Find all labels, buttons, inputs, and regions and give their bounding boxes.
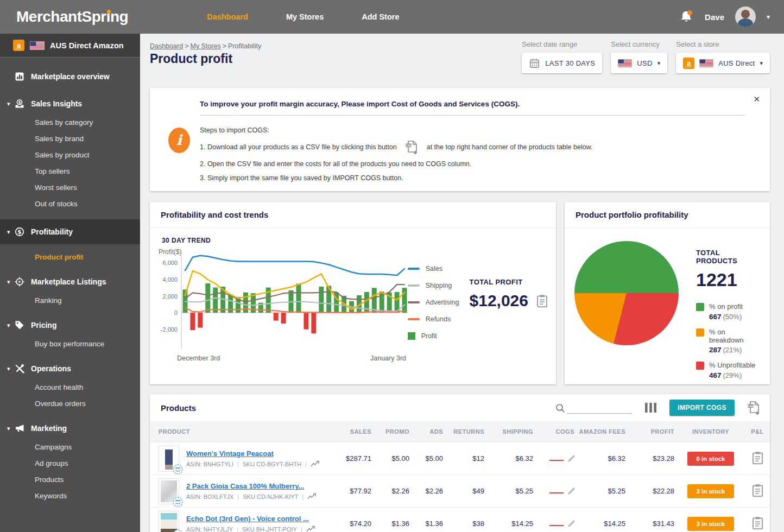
column-header-amazon-fees[interactable]: AMAZON FEES (577, 428, 628, 435)
product-meta: ASIN: NHTYJLJY|SKU BH-JHTT-POIY| (186, 525, 316, 532)
column-settings-icon[interactable] (644, 402, 657, 413)
breadcrumb-separator: > (223, 42, 226, 50)
search-input[interactable] (567, 402, 632, 414)
logo-spring-coil-icon (107, 10, 111, 14)
column-header-returns[interactable]: RETURNS (445, 428, 486, 435)
nav-add-store[interactable]: Add Store (362, 12, 399, 21)
product-cell: Echo Dot (3rd Gen) - Voice control ...AS… (159, 511, 327, 532)
bar-chart-icon (15, 72, 31, 81)
returns-cell: $38 (445, 520, 486, 528)
breadcrumb-dashboard[interactable]: Dashboard (150, 42, 183, 50)
sidebar-section-marketplace-overview[interactable]: ▾Marketplace overview (0, 66, 140, 87)
download-csv-icon[interactable]: CSV (747, 400, 761, 416)
nav-my-stores[interactable]: My Stores (286, 12, 324, 21)
clipboard-icon[interactable] (536, 294, 548, 308)
product-thumbnail (159, 511, 179, 532)
chevron-down-icon[interactable]: ▾ (0, 425, 15, 432)
download-csv-icon[interactable]: CSV (404, 140, 419, 155)
sidebar-section-profitability[interactable]: ▾$Profitability (0, 219, 140, 244)
product-link[interactable]: 2 Pack Gioia Casa 100% Mulberry... (186, 482, 317, 490)
breadcrumb-my-stores[interactable]: My Stores (190, 42, 220, 50)
user-avatar[interactable] (735, 7, 756, 27)
sidebar-item-sales-by-brand[interactable]: Sales by brand (0, 130, 140, 147)
sidebar-section-marketplace-listings[interactable]: ▾Marketplace Listings (0, 271, 140, 292)
sidebar-store-header[interactable]: a AUS Direct Amazon (0, 34, 140, 58)
pnl-clipboard-icon[interactable] (751, 516, 764, 530)
edit-pencil-icon[interactable] (567, 520, 576, 528)
edit-pencil-icon[interactable] (567, 487, 576, 495)
sidebar-item-keywords[interactable]: Keywords (0, 487, 140, 504)
chevron-down-icon[interactable]: ▾ (0, 322, 15, 329)
trend-icon[interactable] (311, 460, 320, 467)
shipping-cell: $14.25 (486, 520, 535, 528)
pnl-clipboard-icon[interactable] (751, 451, 764, 465)
sidebar-section-label: Marketplace Listings (31, 277, 106, 286)
legend-item-profit: Profit (408, 332, 464, 340)
sidebar-item-worst-sellers[interactable]: Worst sellers (0, 179, 140, 195)
sidebar-item-products[interactable]: Products (0, 471, 140, 487)
trend-icon[interactable] (307, 493, 317, 500)
close-icon[interactable]: ✕ (753, 94, 760, 104)
date-range-select[interactable]: LAST 30 DAYS (522, 53, 602, 73)
chevron-down-icon[interactable]: ▾ (0, 278, 15, 286)
sidebar-item-sales-by-category[interactable]: Sales by category (0, 114, 140, 130)
sidebar-item-out-of-stocks[interactable]: Out of stocks (0, 195, 140, 212)
sidebar-item-campaigns[interactable]: Campaigns (0, 439, 140, 455)
pnl-clipboard-icon[interactable] (751, 484, 764, 497)
column-header-p-l[interactable]: P&L (745, 428, 770, 435)
chevron-down-icon[interactable]: ▾ (0, 229, 15, 236)
chevron-down-icon[interactable]: ▾ (0, 100, 15, 107)
sidebar-item-product-profit[interactable]: Product profit (0, 249, 140, 265)
svg-text:$: $ (18, 100, 21, 105)
product-link[interactable]: Women's Vintage Peacoat (186, 449, 320, 458)
sidebar-section-operations[interactable]: ▾Operations (0, 358, 140, 379)
tag-icon (15, 320, 31, 330)
user-menu-caret-icon[interactable]: ▾ (767, 13, 770, 21)
product-search (555, 402, 632, 414)
sidebar-item-ranking[interactable]: Ranking (0, 292, 140, 308)
import-cogs-button[interactable]: IMPORT COGS (669, 400, 735, 416)
column-header-promo[interactable]: PROMO (374, 428, 412, 435)
store-select[interactable]: a AUS Direct ▾ (676, 53, 770, 73)
trend-chart: Profit($)6,0004,0002,0000-2,000December … (157, 244, 408, 365)
returns-cell: $12 (445, 454, 486, 463)
user-name: Dave (705, 12, 724, 22)
sidebar-item-top-sellers[interactable]: Top sellers (0, 163, 140, 179)
date-range-value: LAST 30 DAYS (545, 59, 595, 67)
product-link[interactable]: Echo Dot (3rd Gen) - Voice control ... (186, 515, 316, 523)
column-header-product[interactable]: PRODUCT (159, 428, 327, 435)
returns-cell: $49 (445, 487, 486, 495)
edit-pencil-icon[interactable] (567, 454, 576, 463)
sidebar-item-overdue-orders[interactable]: Overdue orders (0, 395, 140, 411)
cogs-empty-value (549, 460, 564, 461)
legend-item-sales: Sales (408, 265, 464, 273)
sidebar-item-sales-by-product[interactable]: Sales by product (0, 147, 140, 163)
product-meta: ASIN: BNHGTYLI|SKU CD-BGYT-BHTH| (186, 460, 320, 467)
sidebar-section-pricing[interactable]: ▾Pricing (0, 315, 140, 335)
sidebar-section-marketing[interactable]: ▾Marketing (0, 418, 140, 439)
promo-cell: $1.36 (374, 520, 412, 528)
sidebar-section-sales-insights[interactable]: ▾$Sales Insights (0, 93, 140, 114)
column-header-inventory[interactable]: INVENTORY (676, 428, 745, 435)
sidebar-nav: ▾Marketplace overview▾$Sales InsightsSal… (0, 58, 140, 504)
sidebar-item-account-health[interactable]: Account health (0, 379, 140, 395)
nav-dashboard[interactable]: Dashboard (207, 12, 248, 21)
currency-select[interactable]: USD ▾ (611, 53, 667, 73)
ads-cell: $5.00 (412, 454, 445, 463)
column-header-shipping[interactable]: SHIPPING (486, 428, 535, 435)
column-header-cogs[interactable]: COGS (535, 428, 577, 435)
sales-insights-icon: $ (15, 99, 31, 109)
sales-cell: $77.92 (327, 487, 374, 495)
trend-icon[interactable] (306, 525, 316, 532)
column-header-profit[interactable]: PROFIT (628, 428, 676, 435)
pie-legend-item-unprofitable: % Unprofitable467(29%) (696, 361, 759, 379)
notifications-bell-icon[interactable] (679, 9, 694, 24)
cogs-empty-value (549, 525, 564, 526)
column-header-ads[interactable]: ADS (412, 428, 445, 435)
sidebar-item-buy-box-performance[interactable]: Buy box performance (0, 335, 140, 352)
chevron-down-icon[interactable]: ▾ (0, 365, 15, 372)
sidebar-item-ad-groups[interactable]: Ad groups (0, 455, 140, 471)
column-header-sales[interactable]: SALES (327, 428, 374, 435)
products-table-body: Women's Vintage PeacoatASIN: BNHGTYLI|SK… (150, 442, 770, 532)
trends-panel: Profitability and cost trends 30 DAY TRE… (150, 202, 556, 384)
